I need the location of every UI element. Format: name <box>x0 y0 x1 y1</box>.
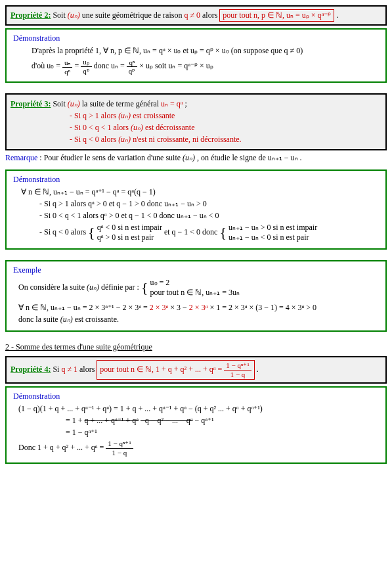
prop4-t1: alors <box>77 365 97 374</box>
prop4-frac: 1 − qⁿ⁺¹1 − q <box>224 361 251 378</box>
example-l1: On considère la suite (uₙ) définie par :… <box>13 278 379 298</box>
demo3-box: Démonstration ∀ n ∈ ℕ, uₙ₊₁ − uₙ = qⁿ⁺¹ … <box>5 169 387 250</box>
prop2-q: q ≠ 0 <box>184 11 200 20</box>
prop3-c2: - Si 0 < q < 1 alors (uₙ) est décroissan… <box>11 123 381 133</box>
remark-expr: uₙ₊₁ − uₙ <box>268 153 298 162</box>
demo3-title: Démonstration <box>13 175 379 185</box>
demo4-l3: = 1 − qⁿ⁺¹ <box>13 428 379 438</box>
example-title: Exemple <box>13 265 379 275</box>
demo2-l2a: d'où u₀ = <box>32 61 62 70</box>
remark-title: Remarque <box>5 153 37 162</box>
demo4-l1: (1 − q)(1 + q + ... + qⁿ⁻¹ + qⁿ) = 1 + q… <box>13 404 379 414</box>
frac-qn-qp: qⁿqᵖ <box>127 58 138 76</box>
prop2-box: Propriété 2: Soit (uₙ) une suite géométr… <box>5 5 387 26</box>
prop4-dot: . <box>257 365 259 374</box>
demo2-eq: = <box>74 61 81 70</box>
example-box: Exemple On considère la suite (uₙ) défin… <box>5 260 387 332</box>
brace1-icon: { <box>88 224 95 241</box>
demo2-l1: D'après la propriété 1, ∀ n, p ∈ ℕ, uₙ =… <box>13 46 379 56</box>
prop2-t1: une suite géométrique de raison <box>80 11 185 20</box>
prop4-intro: Si <box>51 365 61 374</box>
prop2-un: (uₙ) <box>68 11 80 20</box>
frac-un-qn: uₙqⁿ <box>62 58 73 76</box>
brace2-content: uₙ₊₁ − uₙ > 0 si n est impair uₙ₊₁ − uₙ … <box>229 223 317 242</box>
demo2-l2c: × uₚ soit uₙ = qⁿ⁻ᵖ × uₚ <box>139 61 213 70</box>
prop3-c3: - Si q < 0 alors (uₙ) n'est ni croissant… <box>11 135 381 145</box>
prop3-un: (uₙ) <box>68 99 80 108</box>
prop3-box: Propriété 3: Soit (uₙ) la suite de terme… <box>5 93 387 150</box>
demo4-box: Démonstration (1 − q)(1 + q + ... + qⁿ⁻¹… <box>5 386 387 464</box>
remark-t1: : Pour étudier le sens de variation d'un… <box>37 153 183 162</box>
prop2-intro: Soit <box>51 11 67 20</box>
prop2-formula-box: pour tout n, p ∈ ℕ, uₙ = uₚ × qⁿ⁻ᵖ <box>219 9 334 22</box>
example-l2: ∀ n ∈ ℕ, uₙ₊₁ − uₙ = 2 × 3ⁿ⁺¹ − 2 × 3ⁿ =… <box>13 303 379 313</box>
remark-un: (uₙ) <box>183 153 195 162</box>
brace1-content: qⁿ < 0 si n est impair qⁿ > 0 si n est p… <box>97 223 162 242</box>
prop3-c1: - Si q > 1 alors (uₙ) est croissante <box>11 111 381 121</box>
brace2-icon: { <box>219 224 227 241</box>
demo3-c2: - Si 0 < q < 1 alors qⁿ > 0 et q − 1 < 0… <box>13 211 379 221</box>
remark-dot: . <box>298 153 302 162</box>
prop4-cond: q ≠ 1 <box>61 365 77 374</box>
frac-up-qp: uₚqᵖ <box>81 58 92 76</box>
demo4-title: Démonstration <box>13 392 379 401</box>
prop3-eq: uₙ = qⁿ <box>161 99 183 108</box>
example-l3: donc la suite (uₙ) est croissante. <box>13 315 379 325</box>
demo2-title: Démonstration <box>13 34 379 43</box>
prop2-dot: . <box>334 11 338 20</box>
prop3-semi: ; <box>183 99 187 108</box>
prop4-formula-box: pour tout n ∈ ℕ, 1 + q + q² + ... + qⁿ =… <box>97 360 254 380</box>
prop3-intro: Soit <box>51 99 67 108</box>
demo4-l4: Donc 1 + q + q² + ... + qⁿ = 1 − qⁿ⁺¹1 −… <box>13 439 379 457</box>
prop3-t1: la suite de terme général <box>80 99 161 108</box>
demo3-l1: ∀ n ∈ ℕ, uₙ₊₁ − uₙ = qⁿ⁺¹ − qⁿ = qⁿ(q − … <box>13 187 379 197</box>
prop2-t2: alors <box>200 11 219 20</box>
section2-title: 2 - Somme des termes d'une suite géométr… <box>5 342 387 352</box>
demo3-c3a: - Si q < 0 alors <box>39 227 88 236</box>
demo3-c1: - Si q > 1 alors qⁿ > 0 et q − 1 > 0 don… <box>13 199 379 209</box>
demo2-l2b: donc uₙ = <box>94 61 127 70</box>
demo3-c3b: et q − 1 < 0 donc <box>164 227 220 236</box>
remark-line: Remarque : Pour étudier le sens de varia… <box>5 153 387 163</box>
prop4-title: Propriété 4: <box>11 365 51 374</box>
demo3-c3: - Si q < 0 alors { qⁿ < 0 si n est impai… <box>13 223 379 242</box>
demo2-box: Démonstration D'après la propriété 1, ∀ … <box>5 28 387 83</box>
demo4-frac: 1 − qⁿ⁺¹1 − q <box>106 439 133 457</box>
brace3-content: u₀ = 2 pour tout n ∈ ℕ, uₙ₊₁ = 3uₙ <box>150 278 240 298</box>
demo2-l2: d'où u₀ = uₙqⁿ = uₚqᵖ donc uₙ = qⁿqᵖ × u… <box>13 58 379 76</box>
prop4-box: Propriété 4: Si q ≠ 1 alors pour tout n … <box>5 356 387 384</box>
prop3-title: Propriété 3: <box>11 99 51 108</box>
demo4-l2: = 1 + q + ... + qⁿ⁻¹ + qⁿ −q − q² − ... … <box>13 416 379 426</box>
prop2-title: Propriété 2: <box>11 11 51 20</box>
remark-t2: , on étudie le signe de <box>195 153 268 162</box>
brace3-icon: { <box>141 279 148 296</box>
